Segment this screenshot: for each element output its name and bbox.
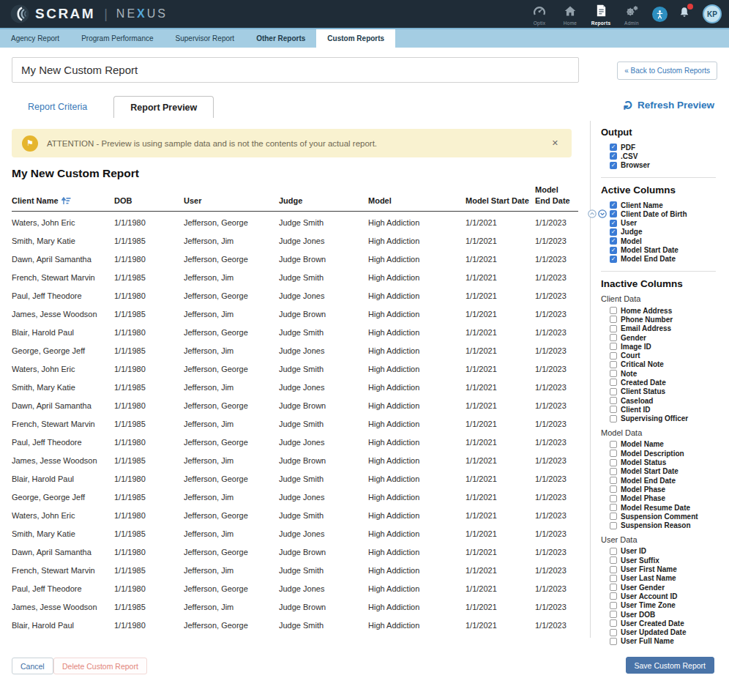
checkbox-row-user-dob[interactable]: User DOB [610,610,726,619]
checkbox-row-client-status[interactable]: Client Status [610,387,726,396]
checked-checkbox-icon[interactable]: ✓ [610,152,617,160]
checkbox-row-model-name[interactable]: Model Name [610,440,726,449]
unchecked-checkbox-icon[interactable] [610,325,617,332]
checkbox-row-model[interactable]: ✓Model [610,237,726,245]
report-tab-agency-report[interactable]: Agency Report [0,29,70,48]
unchecked-checkbox-icon[interactable] [610,611,617,618]
checkbox-row-csv[interactable]: ✓.CSV [610,152,726,160]
report-tab-program-performance[interactable]: Program Performance [70,29,164,48]
checkbox-row-user-updated-date[interactable]: User Updated Date [610,628,726,636]
unchecked-checkbox-icon[interactable] [610,361,617,368]
notifications-bell-icon[interactable] [678,6,691,22]
checked-checkbox-icon[interactable]: ✓ [610,210,617,217]
unchecked-checkbox-icon[interactable] [610,548,617,555]
checkbox-row-user-id[interactable]: User ID [610,547,726,556]
column-header-model-end-date[interactable]: Model End Date [535,185,578,206]
unchecked-checkbox-icon[interactable] [610,379,617,386]
report-tab-other-reports[interactable]: Other Reports [245,29,316,48]
unchecked-checkbox-icon[interactable] [610,522,617,529]
unchecked-checkbox-icon[interactable] [610,504,617,511]
checkbox-row-client-name[interactable]: ✓Client Name [610,201,726,209]
checkbox-row-model-description[interactable]: Model Description [610,449,726,458]
checkbox-row-suspension-reason[interactable]: Suspension Reason [610,521,726,530]
unchecked-checkbox-icon[interactable] [610,477,617,484]
checkbox-row-model-status[interactable]: Model Status [610,458,726,466]
report-tab-supervisor-report[interactable]: Supervisor Report [165,29,246,48]
column-header-judge[interactable]: Judge [279,196,368,206]
unchecked-checkbox-icon[interactable] [610,459,617,466]
unchecked-checkbox-icon[interactable] [610,334,617,341]
accessibility-icon[interactable] [652,7,668,22]
user-avatar[interactable]: KP [703,4,722,23]
checkbox-row-pdf[interactable]: ✓PDF [610,143,726,152]
checked-checkbox-icon[interactable]: ✓ [610,256,617,263]
checkbox-row-note[interactable]: Note [610,369,726,378]
unchecked-checkbox-icon[interactable] [610,513,617,520]
checkbox-row-model-end-date[interactable]: ✓Model End Date [610,255,726,264]
unchecked-checkbox-icon[interactable] [610,495,617,502]
checkbox-row-model-start-date[interactable]: ✓Model Start Date [610,245,726,254]
back-to-custom-reports-button[interactable]: « Back to Custom Reports [617,62,717,80]
nav-item-home[interactable]: Home [557,3,583,26]
checked-checkbox-icon[interactable]: ✓ [610,247,617,254]
checkbox-row-model-phase[interactable]: Model Phase [610,485,726,494]
checkbox-row-court[interactable]: Court [610,351,726,360]
nav-item-admin[interactable]: Admin [618,3,645,26]
column-header-dob[interactable]: DOB [114,196,184,206]
checkbox-row-gender[interactable]: Gender [610,333,726,342]
checkbox-row-email-address[interactable]: Email Address [610,324,726,333]
checkbox-row-user-account-id[interactable]: User Account ID [610,592,726,600]
checkbox-row-model-resume-date[interactable]: Model Resume Date [610,503,726,512]
column-header-user[interactable]: User [184,196,279,206]
checkbox-row-caseload[interactable]: Caseload [610,396,726,405]
unchecked-checkbox-icon[interactable] [610,584,617,591]
sort-icon[interactable] [61,197,71,205]
delete-custom-report-button[interactable]: Delete Custom Report [53,658,147,674]
checkbox-row-model-start-date[interactable]: Model Start Date [610,467,726,476]
checkbox-row-critical-note[interactable]: Critical Note [610,360,726,369]
unchecked-checkbox-icon[interactable] [610,370,617,377]
report-name-input[interactable] [12,57,579,83]
unchecked-checkbox-icon[interactable] [610,441,617,448]
unchecked-checkbox-icon[interactable] [610,343,617,350]
unchecked-checkbox-icon[interactable] [610,388,617,395]
report-tab-custom-reports[interactable]: Custom Reports [316,29,395,48]
unchecked-checkbox-icon[interactable] [610,352,617,360]
move-up-icon[interactable] [588,209,597,218]
checkbox-row-model-end-date[interactable]: Model End Date [610,476,726,485]
unchecked-checkbox-icon[interactable] [610,450,617,457]
refresh-preview-button[interactable]: ↻ Refresh Preview [623,99,714,111]
checkbox-row-user-time-zone[interactable]: User Time Zone [610,601,726,610]
unchecked-checkbox-icon[interactable] [610,397,617,404]
checkbox-row-user-suffix[interactable]: User Suffix [610,556,726,565]
checkbox-row-image-id[interactable]: Image ID [610,342,726,351]
nav-item-optix[interactable]: Optix [526,3,553,26]
unchecked-checkbox-icon[interactable] [610,602,617,609]
view-tab-report-criteria[interactable]: Report Criteria [12,96,103,118]
checkbox-row-suspension-comment[interactable]: Suspension Comment [610,512,726,521]
checkbox-row-browser[interactable]: ✓Browser [610,161,726,170]
unchecked-checkbox-icon[interactable] [610,415,617,422]
unchecked-checkbox-icon[interactable] [610,638,617,645]
checked-checkbox-icon[interactable]: ✓ [610,220,617,227]
unchecked-checkbox-icon[interactable] [610,629,617,636]
unchecked-checkbox-icon[interactable] [610,619,617,627]
checked-checkbox-icon[interactable]: ✓ [610,144,617,151]
checkbox-row-user-first-name[interactable]: User First Name [610,565,726,573]
checkbox-row-judge[interactable]: ✓Judge [610,228,726,237]
move-down-icon[interactable] [598,209,607,218]
checked-checkbox-icon[interactable]: ✓ [610,201,617,209]
unchecked-checkbox-icon[interactable] [610,592,617,600]
column-header-model[interactable]: Model [368,196,466,206]
checkbox-row-user-created-date[interactable]: User Created Date [610,619,726,628]
checkbox-row-supervising-officer[interactable]: Supervising Officer [610,414,726,423]
unchecked-checkbox-icon[interactable] [610,575,617,582]
checkbox-row-user-gender[interactable]: User Gender [610,583,726,592]
brand-logo[interactable]: SCRAM | NEXUS [10,4,168,23]
checked-checkbox-icon[interactable]: ✓ [610,162,617,169]
checkbox-row-client-id[interactable]: Client ID [610,405,726,414]
column-header-model-start-date[interactable]: Model Start Date [466,196,535,206]
checkbox-row-user[interactable]: ✓User [610,218,726,227]
save-custom-report-button[interactable]: Save Custom Report [626,657,714,674]
column-header-client-name[interactable]: Client Name [12,196,114,206]
